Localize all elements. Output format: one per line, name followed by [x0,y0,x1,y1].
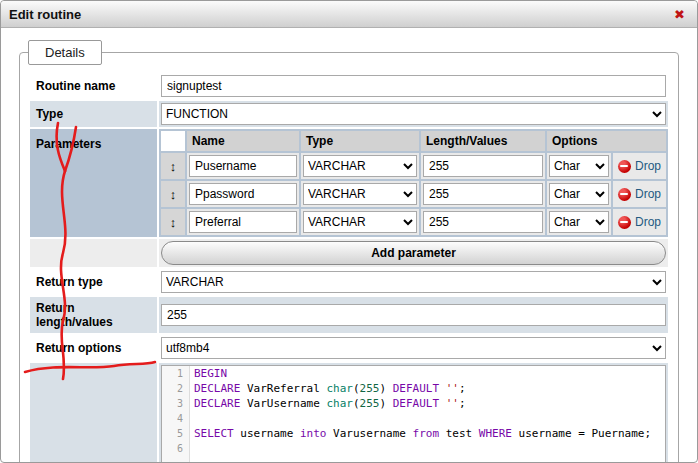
param-header-length: Length/Values [421,131,545,151]
type-row: Type FUNCTION [30,101,668,127]
param-type-select[interactable]: VARCHAR [303,211,417,233]
return-length-input[interactable] [161,304,666,326]
drop-param-label: Drop [635,159,661,173]
param-length-input[interactable] [423,211,543,233]
return-options-row: Return options utf8mb4 [30,335,668,361]
param-type-select[interactable]: VARCHAR [303,155,417,177]
return-options-label: Return options [30,335,157,361]
dialog-body: Details Routine name Type FUNCTION [1,28,697,463]
param-options-select[interactable]: Char [549,211,609,233]
routine-name-input[interactable] [161,75,666,97]
param-options-select[interactable]: Char [549,183,609,205]
param-drag-handle[interactable]: ↕ [161,153,185,179]
drop-param-label: Drop [635,187,661,201]
drop-param-button[interactable]: Drop [618,159,661,173]
routine-form: Routine name Type FUNCTION Parameters [28,71,670,463]
return-type-label: Return type [30,269,157,295]
param-type-select[interactable]: VARCHAR [303,183,417,205]
add-parameter-row: Add parameter [30,239,668,267]
drop-param-button[interactable]: Drop [618,215,661,229]
dialog-title: Edit routine [9,7,81,22]
minus-circle-icon [618,216,631,229]
minus-circle-icon [618,160,631,173]
sql-editor[interactable]: 1BEGIN2DECLARE VarReferral char(255) DEF… [161,365,666,463]
return-length-label: Return length/values [30,297,157,333]
drop-param-label: Drop [635,215,661,229]
dialog-titlebar[interactable]: Edit routine ✖ [1,1,697,28]
details-fieldset: Details Routine name Type FUNCTION [19,40,679,463]
add-parameter-button[interactable]: Add parameter [161,241,666,265]
routine-name-row: Routine name [30,73,668,99]
param-length-input[interactable] [423,183,543,205]
return-length-row: Return length/values [30,297,668,333]
minus-circle-icon [618,188,631,201]
add-parameter-spacer [30,239,157,267]
param-header-name: Name [187,131,299,151]
definition-row: 1BEGIN2DECLARE VarReferral char(255) DEF… [30,363,668,463]
param-options-select[interactable]: Char [549,155,609,177]
param-drag-handle[interactable]: ↕ [161,209,185,235]
return-type-row: Return type VARCHAR [30,269,668,295]
routine-name-label: Routine name [30,73,157,99]
drop-param-button[interactable]: Drop [618,187,661,201]
type-select[interactable]: FUNCTION [161,103,666,125]
param-header-options: Options [547,131,666,151]
return-type-select[interactable]: VARCHAR [161,271,666,293]
parameters-table: Name Type Length/Values Options ↕ VARCHA… [161,131,666,235]
param-name-input[interactable] [189,211,297,233]
param-header-type: Type [301,131,419,151]
param-drag-handle[interactable]: ↕ [161,181,185,207]
parameters-row: Parameters Name Type Length/Values Optio… [30,129,668,237]
edit-routine-dialog: Edit routine ✖ Details Routine name Type… [0,0,698,463]
definition-label-spacer [30,363,157,463]
param-name-input[interactable] [189,183,297,205]
details-legend: Details [28,40,102,65]
parameters-label: Parameters [30,129,157,237]
return-options-select[interactable]: utf8mb4 [161,337,666,359]
param-name-input[interactable] [189,155,297,177]
type-label: Type [30,101,157,127]
param-length-input[interactable] [423,155,543,177]
param-header-blank [161,131,185,151]
sql-editor-lines: 1BEGIN2DECLARE VarReferral char(255) DEF… [162,366,665,456]
close-icon[interactable]: ✖ [670,6,689,23]
